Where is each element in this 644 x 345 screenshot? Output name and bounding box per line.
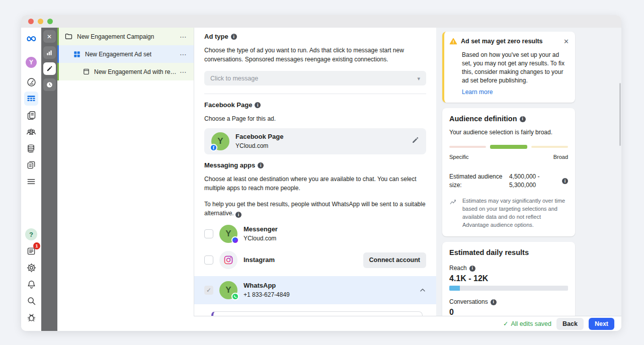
tree-item-campaign[interactable]: New Engagement Campaign ⋯	[57, 28, 194, 45]
warning-body: Based on how you've set up your ad set, …	[462, 51, 569, 85]
help-icon[interactable]: ?	[24, 227, 38, 241]
audience-note-text: Estimates may vary significantly over ti…	[462, 197, 568, 229]
daily-results-title: Estimated daily results	[449, 248, 529, 257]
page-avatar: Y f	[211, 132, 229, 150]
vertical-scrollbar[interactable]	[619, 83, 621, 146]
audience-breadth-meter	[449, 145, 568, 149]
pages-icon[interactable]	[24, 108, 38, 122]
ad-setup-form: Ad typei Choose the type of ad you want …	[194, 28, 436, 331]
left-nav-rail: Y ?	[21, 28, 41, 331]
events-manager-icon[interactable]	[24, 158, 38, 172]
info-icon[interactable]: i	[235, 212, 242, 218]
info-icon[interactable]: i	[491, 299, 497, 305]
ad-type-heading: Ad type	[204, 32, 228, 41]
billing-icon[interactable]	[24, 141, 38, 155]
edit-pencil-button[interactable]	[43, 62, 56, 75]
info-icon[interactable]: i	[469, 266, 475, 272]
account-overview-icon[interactable]	[24, 75, 38, 89]
ad-type-description: Choose the type of ad you want to run. A…	[204, 46, 426, 64]
meter-segment-current	[490, 145, 527, 149]
adset-grid-icon	[73, 50, 81, 58]
info-icon[interactable]: i	[231, 34, 237, 40]
reach-label: Reach	[449, 264, 467, 273]
traffic-light-close[interactable]	[28, 19, 34, 24]
row-menu-icon[interactable]: ⋯	[178, 68, 189, 76]
app-subtitle: +1 833-627-4849	[244, 290, 290, 299]
traffic-light-minimize[interactable]	[38, 19, 43, 24]
instagram-checkbox[interactable]	[204, 255, 213, 265]
messenger-checkbox[interactable]	[204, 229, 213, 238]
scale-label-specific: Specific	[449, 153, 469, 161]
instagram-app-row: Instagram Connect account	[204, 247, 426, 273]
ad-page-icon	[83, 68, 90, 75]
status-strip	[57, 63, 59, 80]
whatsapp-checkbox[interactable]: ✓	[204, 286, 213, 295]
updates-icon[interactable]: 1	[24, 244, 38, 258]
next-button[interactable]: Next	[589, 318, 614, 330]
info-icon[interactable]: i	[255, 102, 261, 108]
zero-results-warning-card: Ad set may get zero results ✕ Based on h…	[442, 32, 575, 103]
info-icon[interactable]: i	[562, 178, 568, 184]
close-editor-button[interactable]: ✕	[43, 30, 56, 43]
warning-close-icon[interactable]: ✕	[564, 37, 569, 46]
campaigns-table-icon[interactable]	[24, 92, 38, 106]
window-titlebar	[21, 15, 621, 28]
warning-title: Ad set may get zero results	[461, 37, 543, 46]
edits-saved-status: ✓All edits saved	[503, 320, 551, 327]
settings-gear-icon[interactable]	[24, 261, 38, 275]
messaging-apps-heading: Messaging apps	[204, 161, 255, 170]
messenger-app-row: Y Messenger YCloud.com	[204, 221, 426, 247]
notifications-bell-icon[interactable]	[24, 277, 38, 291]
tree-item-ad[interactable]: New Engagement Ad with reco... ⋯	[57, 63, 194, 80]
page-card-subtitle: YCloud.com	[235, 141, 283, 150]
row-menu-icon[interactable]: ⋯	[178, 50, 189, 58]
estimated-size-label: Estimated audience size:	[449, 172, 507, 190]
whatsapp-app-row[interactable]: ✓ Y WhatsApp +1 833-627-4849	[194, 276, 436, 304]
ads-manager-window: Y ?	[21, 15, 621, 331]
facebook-page-heading: Facebook Page	[204, 101, 252, 110]
status-strip	[57, 28, 59, 45]
conversations-label: Conversations	[449, 298, 488, 306]
tree-item-label: New Engagement Ad with reco...	[94, 68, 178, 75]
facebook-page-card: Y f Facebook Page YCloud.com	[204, 128, 426, 154]
messaging-apps-note: To help you get the best results, people…	[204, 200, 426, 218]
section-divider	[204, 94, 426, 94]
learn-more-link[interactable]: Learn more	[462, 89, 493, 96]
traffic-light-zoom[interactable]	[47, 19, 53, 24]
chevron-down-icon: ▾	[417, 74, 420, 83]
app-name: WhatsApp	[244, 281, 290, 290]
messenger-badge-icon	[231, 236, 239, 244]
meta-logo-icon[interactable]	[24, 32, 38, 46]
all-tools-menu-icon[interactable]	[24, 175, 38, 189]
info-icon[interactable]: i	[520, 116, 526, 122]
back-button[interactable]: Back	[556, 318, 584, 330]
audience-definition-card: Audience definitioni Your audience selec…	[442, 108, 575, 236]
connect-account-button[interactable]: Connect account	[363, 252, 426, 268]
trend-line-icon	[449, 197, 458, 229]
notification-badge: 1	[33, 242, 40, 249]
check-icon: ✓	[503, 320, 508, 327]
history-clock-button[interactable]	[43, 78, 56, 91]
chevron-up-icon[interactable]	[419, 287, 426, 294]
instagram-icon	[219, 251, 237, 269]
edit-page-icon[interactable]	[412, 136, 419, 146]
scale-label-broad: Broad	[553, 153, 568, 161]
campaign-tree-panel: New Engagement Campaign ⋯ New Engagement…	[57, 28, 194, 331]
audience-definition-title: Audience definition	[449, 115, 517, 123]
performance-chart-button[interactable]	[43, 46, 56, 59]
whatsapp-badge-icon	[231, 293, 239, 300]
row-menu-icon[interactable]: ⋯	[178, 33, 189, 41]
report-bug-icon[interactable]	[24, 310, 38, 324]
search-icon[interactable]	[24, 294, 38, 308]
reach-metric: Reachi 4.1K - 12K	[449, 264, 568, 291]
info-icon[interactable]: i	[258, 162, 264, 168]
tree-item-adset[interactable]: New Engagement Ad set ⋯	[57, 45, 194, 63]
review-footer-bar: ✓All edits saved Back Next	[194, 316, 621, 331]
messaging-apps-description: Choose at least one destination where yo…	[204, 175, 426, 193]
ad-type-select[interactable]: Click to message ▾	[204, 71, 426, 85]
account-avatar[interactable]: Y	[26, 57, 37, 68]
app-subtitle: YCloud.com	[244, 234, 278, 243]
page-card-title: Facebook Page	[235, 132, 283, 141]
audience-status-text: Your audience selection is fairly broad.	[449, 128, 568, 137]
audiences-icon[interactable]	[24, 125, 38, 139]
